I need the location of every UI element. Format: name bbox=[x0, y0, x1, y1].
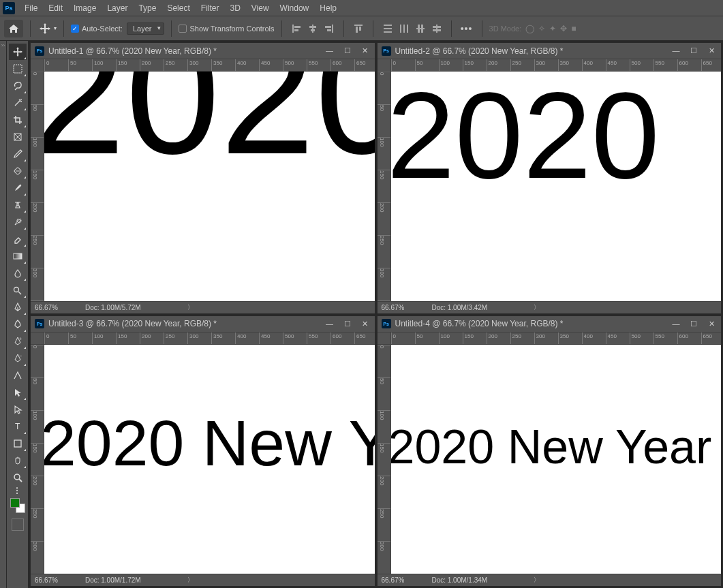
foreground-color-swatch[interactable] bbox=[10, 498, 20, 508]
zoom-level[interactable]: 66.67% bbox=[35, 576, 58, 584]
minimize-icon[interactable]: — bbox=[324, 46, 335, 55]
tool-convert-point[interactable] bbox=[9, 367, 27, 384]
canvas[interactable]: 2020 New Y bbox=[44, 345, 375, 574]
document-info[interactable]: Doc: 1.00M/1.72M bbox=[85, 576, 141, 584]
menu-file[interactable]: File bbox=[19, 3, 43, 13]
tool-shape[interactable] bbox=[9, 435, 27, 452]
canvas[interactable]: 2020 New Year bbox=[391, 345, 722, 574]
distribute-1-icon[interactable] bbox=[380, 21, 395, 36]
document-info[interactable]: Doc: 1.00M/5.72M bbox=[85, 304, 141, 311]
show-transform-checkbox[interactable]: Show Transform Controls bbox=[179, 25, 274, 33]
ruler-origin[interactable] bbox=[31, 332, 44, 345]
tool-lasso[interactable] bbox=[9, 78, 27, 94]
menu-type[interactable]: Type bbox=[133, 3, 161, 13]
menu-filter[interactable]: Filter bbox=[196, 3, 225, 13]
zoom-level[interactable]: 66.67% bbox=[382, 576, 405, 584]
tool-gradient[interactable] bbox=[9, 248, 27, 264]
status-chevron-icon[interactable]: 〉 bbox=[534, 303, 540, 312]
quick-mask-icon[interactable] bbox=[12, 519, 24, 531]
document-titlebar[interactable]: Ps Untitled-3 @ 66.7% (2020 New Year, RG… bbox=[31, 316, 375, 332]
tool-move[interactable] bbox=[9, 44, 27, 60]
menu-image[interactable]: Image bbox=[68, 3, 102, 13]
tool-direct-select[interactable] bbox=[9, 401, 27, 418]
maximize-icon[interactable]: ☐ bbox=[688, 46, 699, 55]
panel-strip[interactable]: ›› bbox=[0, 41, 7, 588]
tool-delete-anchor[interactable]: − bbox=[9, 350, 27, 367]
ruler-origin[interactable] bbox=[378, 332, 391, 345]
align-right-icon[interactable] bbox=[322, 21, 337, 36]
maximize-icon[interactable]: ☐ bbox=[342, 320, 353, 328]
document-info[interactable]: Doc: 1.00M/3.42M bbox=[431, 304, 487, 311]
tool-dodge[interactable] bbox=[9, 282, 27, 298]
tool-eyedropper[interactable] bbox=[9, 146, 27, 162]
menu-view[interactable]: View bbox=[246, 3, 275, 13]
canvas[interactable]: 2020 bbox=[391, 72, 722, 301]
distribute-3-icon[interactable] bbox=[413, 21, 428, 36]
tool-frame[interactable] bbox=[9, 129, 27, 145]
toolbar-more-icon[interactable]: ••• bbox=[14, 487, 20, 495]
horizontal-ruler[interactable]: 050100150200250300350400450500550600650 bbox=[391, 332, 722, 345]
horizontal-ruler[interactable]: 050100150200250300350400450500550600650 bbox=[44, 59, 375, 72]
tool-magic-wand[interactable] bbox=[9, 95, 27, 111]
status-chevron-icon[interactable]: 〉 bbox=[187, 576, 194, 585]
tool-type[interactable]: T bbox=[9, 418, 27, 435]
status-chevron-icon[interactable]: 〉 bbox=[534, 576, 540, 585]
minimize-icon[interactable]: — bbox=[671, 320, 681, 328]
document-titlebar[interactable]: Ps Untitled-4 @ 66.7% (2020 New Year, RG… bbox=[378, 316, 722, 332]
align-left-icon[interactable] bbox=[289, 21, 304, 36]
menu-select[interactable]: Select bbox=[161, 3, 195, 13]
align-top-icon[interactable] bbox=[351, 21, 366, 36]
vertical-ruler[interactable]: 050100150200250300350 bbox=[378, 345, 391, 574]
close-icon[interactable]: ✕ bbox=[360, 320, 371, 328]
minimize-icon[interactable]: — bbox=[324, 320, 335, 328]
close-icon[interactable]: ✕ bbox=[360, 46, 371, 55]
tool-brush[interactable] bbox=[9, 180, 27, 196]
ruler-origin[interactable] bbox=[378, 59, 391, 72]
tool-hand[interactable] bbox=[9, 452, 27, 469]
align-hcenter-icon[interactable] bbox=[305, 21, 320, 36]
close-icon[interactable]: ✕ bbox=[706, 320, 717, 328]
document-info[interactable]: Doc: 1.00M/1.34M bbox=[431, 576, 487, 584]
tool-eraser[interactable] bbox=[9, 231, 27, 247]
horizontal-ruler[interactable]: 050100150200250300350400450500550600650 bbox=[44, 332, 375, 345]
close-icon[interactable]: ✕ bbox=[706, 46, 717, 55]
maximize-icon[interactable]: ☐ bbox=[688, 320, 699, 328]
maximize-icon[interactable]: ☐ bbox=[342, 46, 353, 55]
svg-rect-7 bbox=[325, 26, 331, 28]
tool-curvature-pen[interactable] bbox=[9, 316, 27, 332]
vertical-ruler[interactable]: 050100150200250300350 bbox=[378, 72, 391, 301]
document-titlebar[interactable]: Ps Untitled-1 @ 66.7% (2020 New Year, RG… bbox=[31, 43, 375, 59]
tool-pen[interactable] bbox=[9, 299, 27, 315]
tool-blur[interactable] bbox=[9, 265, 27, 281]
tool-crop[interactable] bbox=[9, 112, 27, 128]
menu-window[interactable]: Window bbox=[275, 3, 315, 13]
zoom-level[interactable]: 66.67% bbox=[382, 304, 405, 311]
color-swatch[interactable] bbox=[10, 498, 25, 513]
vertical-ruler[interactable]: 050100150200250300350 bbox=[31, 72, 44, 301]
menu-edit[interactable]: Edit bbox=[43, 3, 68, 13]
tool-zoom[interactable] bbox=[9, 469, 27, 486]
more-options-icon[interactable]: ••• bbox=[459, 23, 475, 34]
document-titlebar[interactable]: Ps Untitled-2 @ 66.7% (2020 New Year, RG… bbox=[378, 43, 722, 59]
tool-marquee[interactable] bbox=[9, 61, 27, 77]
home-button[interactable] bbox=[4, 20, 23, 37]
status-chevron-icon[interactable]: 〉 bbox=[187, 303, 194, 312]
auto-select-target-dropdown[interactable]: Layer bbox=[127, 22, 165, 35]
horizontal-ruler[interactable]: 050100150200250300350400450500550600650 bbox=[391, 59, 722, 72]
vertical-ruler[interactable]: 050100150200250300350 bbox=[31, 345, 44, 574]
tool-healing[interactable] bbox=[9, 163, 27, 179]
tool-add-anchor[interactable]: + bbox=[9, 333, 27, 350]
tool-path-select[interactable] bbox=[9, 384, 27, 401]
distribute-4-icon[interactable] bbox=[429, 21, 444, 36]
tool-history-brush[interactable] bbox=[9, 214, 27, 230]
canvas[interactable]: 2020 bbox=[44, 72, 375, 301]
minimize-icon[interactable]: — bbox=[671, 46, 681, 55]
menu-3d[interactable]: 3D bbox=[224, 3, 245, 13]
ruler-origin[interactable] bbox=[31, 59, 44, 72]
tool-clone-stamp[interactable] bbox=[9, 197, 27, 213]
menu-help[interactable]: Help bbox=[314, 3, 342, 13]
distribute-2-icon[interactable] bbox=[397, 21, 412, 36]
auto-select-checkbox[interactable]: ✓ Auto-Select: bbox=[71, 25, 123, 33]
menu-layer[interactable]: Layer bbox=[102, 3, 133, 13]
zoom-level[interactable]: 66.67% bbox=[35, 304, 58, 311]
